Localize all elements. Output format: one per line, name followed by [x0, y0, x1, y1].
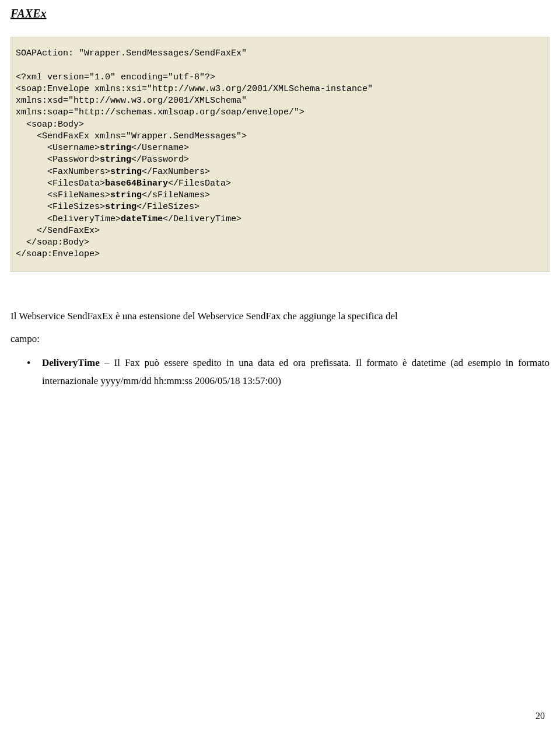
page-title: FAXEx	[0, 0, 560, 20]
code-line: <SendFaxEx xmlns="Wrapper.SendMessages">	[16, 131, 247, 141]
code-bold: string	[110, 167, 142, 177]
code-bold: string	[100, 155, 131, 165]
code-line: <soap:Body>	[16, 120, 84, 130]
code-bold: string	[105, 202, 136, 212]
code-line: </soap:Body>	[16, 238, 89, 247]
code-line: xmlns:xsd="http://www.w3.org/2001/XMLSch…	[16, 96, 252, 106]
code-line: <DeliveryTime>	[16, 214, 121, 224]
code-line: </FileSizes>	[136, 202, 200, 212]
code-line: <sFileNames>	[16, 190, 110, 200]
code-line: <FileSizes>	[16, 202, 105, 212]
code-line: <FilesData>	[16, 179, 105, 189]
code-line: <?xml version="1.0" encoding="utf-8"?>	[16, 72, 215, 82]
code-line: SOAPAction: "Wrapper.SendMessages/SendFa…	[16, 48, 247, 58]
code-bold: string	[100, 143, 131, 153]
code-line: </FaxNumbers>	[142, 167, 210, 177]
code-bold: base64Binary	[105, 179, 168, 189]
code-line: </soap:Envelope>	[16, 249, 100, 259]
code-line: </DeliveryTime>	[163, 214, 242, 224]
page-number: 20	[536, 711, 545, 721]
code-line: </sFileNames>	[142, 190, 210, 200]
code-line: </Password>	[131, 155, 189, 165]
code-block: SOAPAction: "Wrapper.SendMessages/SendFa…	[10, 37, 550, 272]
list-item: DeliveryTime – Il Fax può essere spedito…	[10, 354, 550, 390]
code-line: xmlns:soap="http://schemas.xmlsoap.org/s…	[16, 107, 304, 117]
code-bold: string	[110, 190, 142, 200]
code-line: </SendFaxEx>	[16, 226, 100, 236]
code-line: <Password>	[16, 155, 100, 165]
bullet-text: – Il Fax può essere spedito in una data …	[42, 357, 550, 386]
bullet-bold: DeliveryTime	[42, 357, 100, 368]
paragraph-line: Il Webservice SendFaxEx è una estensione…	[10, 305, 550, 327]
paragraph-line: campo:	[10, 327, 550, 350]
code-line: </FilesData>	[168, 179, 231, 189]
body-text: Il Webservice SendFaxEx è una estensione…	[10, 305, 550, 390]
code-line: <Username>	[16, 143, 100, 153]
code-line: </Username>	[131, 143, 189, 153]
code-line: <soap:Envelope xmlns:xsi="http://www.w3.…	[16, 84, 378, 94]
code-bold: dateTime	[121, 214, 163, 224]
code-line: <FaxNumbers>	[16, 167, 110, 177]
